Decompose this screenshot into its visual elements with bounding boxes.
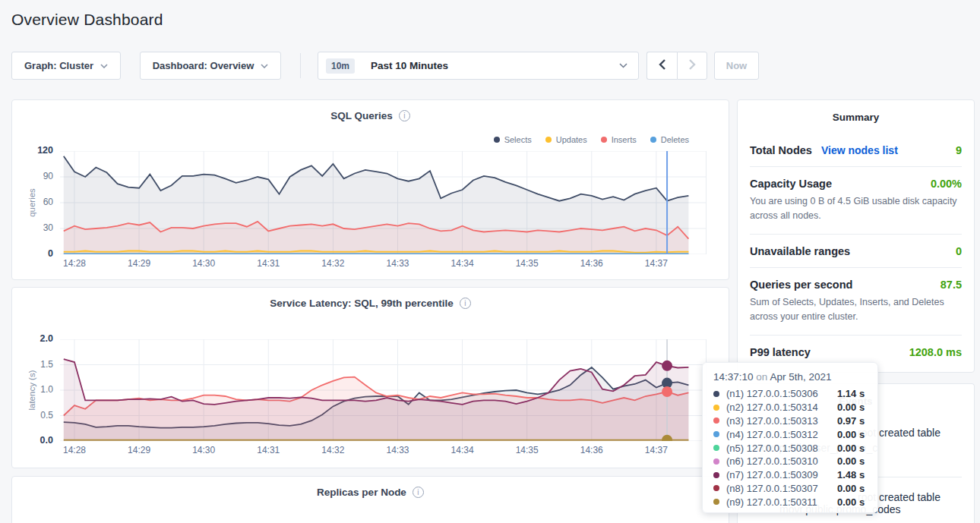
series-color-dot — [713, 445, 719, 451]
summary-value: 9 — [956, 144, 962, 156]
tooltip-node-value: 0.00 s — [837, 402, 865, 413]
x-tick: 14:28 — [63, 445, 86, 455]
chart-legend: SelectsUpdatesInsertsDeletes — [494, 135, 689, 144]
tooltip-row: (n7) 127.0.0.1:503091.48 s — [713, 468, 867, 482]
tooltip-node-label: (n7) 127.0.0.1:50309 — [726, 469, 837, 480]
legend-dot — [650, 137, 656, 143]
prev-time-button[interactable] — [646, 52, 677, 80]
replicas-per-node-chart-card: Replicas per Node i — [11, 476, 729, 523]
y-tick: 0.5 — [12, 410, 53, 421]
series-color-dot — [713, 405, 719, 411]
summary-value: 1208.0 ms — [909, 346, 962, 358]
summary-title: Summary — [750, 100, 962, 130]
tooltip-node-label: (n8) 127.0.0.1:50307 — [726, 483, 837, 494]
time-range-label: Past 10 Minutes — [371, 60, 448, 71]
legend-item-updates[interactable]: Updates — [545, 135, 587, 144]
next-time-button[interactable] — [677, 52, 707, 80]
service-latency-line-chart[interactable] — [60, 339, 707, 441]
legend-item-deletes[interactable]: Deletes — [650, 135, 689, 144]
x-tick: 14:34 — [451, 258, 474, 269]
y-axis-ticks: 1209060300 — [12, 100, 53, 279]
sql-queries-line-chart[interactable] — [60, 151, 707, 254]
y-axis-ticks: 2.01.51.00.50.0 — [12, 288, 53, 468]
chart-tooltip: 14:37:10 on Apr 5th, 2021 (n1) 127.0.0.1… — [702, 362, 878, 513]
y-tick: 0.0 — [12, 435, 53, 446]
x-tick: 14:33 — [386, 258, 409, 269]
legend-label: Selects — [504, 135, 532, 144]
legend-dot — [545, 137, 552, 143]
chevron-down-icon — [619, 63, 628, 68]
x-tick: 14:35 — [516, 445, 539, 455]
view-nodes-list-link[interactable]: View nodes list — [821, 144, 898, 156]
series-color-dot — [713, 458, 719, 465]
tooltip-node-value: 0.00 s — [837, 443, 865, 454]
summary-label: Unavailable ranges — [750, 245, 850, 257]
tooltip-row: (n9) 127.0.0.1:503110.00 s — [713, 495, 867, 509]
tooltip-node-value: 1.14 s — [837, 388, 865, 399]
x-tick: 14:29 — [128, 258, 150, 269]
tooltip-row: (n6) 127.0.0.1:503100.00 s — [713, 455, 867, 468]
tooltip-node-label: (n2) 127.0.0.1:50314 — [726, 402, 837, 413]
tooltip-row: (n2) 127.0.0.1:503140.00 s — [713, 401, 867, 414]
tooltip-rows: (n1) 127.0.0.1:503061.14 s(n2) 127.0.0.1… — [713, 387, 867, 509]
info-icon[interactable]: i — [413, 487, 424, 498]
info-icon[interactable]: i — [460, 298, 471, 309]
x-tick: 14:30 — [192, 258, 215, 269]
chart-title-service-latency: Service Latency: SQL, 99th percentile — [270, 298, 454, 309]
overview-dashboard-page: Overview Dashboard Graph: Cluster Dashbo… — [0, 0, 980, 523]
tooltip-row: (n8) 127.0.0.1:503070.00 s — [713, 482, 867, 496]
series-color-dot — [713, 417, 719, 424]
legend-item-inserts[interactable]: Inserts — [601, 135, 637, 144]
x-tick: 14:30 — [192, 445, 215, 455]
x-tick: 14:36 — [580, 258, 603, 269]
dashboard-dropdown-button[interactable]: Dashboard: Overview — [140, 52, 281, 80]
x-tick: 14:33 — [386, 445, 409, 455]
tooltip-node-label: (n1) 127.0.0.1:50306 — [726, 388, 837, 399]
x-tick: 14:31 — [257, 445, 280, 455]
tooltip-node-value: 0.00 s — [837, 455, 865, 467]
legend-dot — [601, 137, 607, 143]
tooltip-row: (n1) 127.0.0.1:503061.14 s — [713, 387, 867, 401]
y-tick: 1.5 — [12, 359, 53, 370]
info-icon[interactable]: i — [399, 110, 410, 121]
service-latency-plot[interactable] — [60, 339, 707, 441]
time-range-dropdown-button[interactable]: 10m Past 10 Minutes — [318, 52, 639, 80]
tooltip-node-label: (n3) 127.0.0.1:50313 — [726, 415, 837, 427]
now-button[interactable]: Now — [714, 52, 759, 80]
chevron-down-icon — [261, 64, 268, 68]
chart-title-replicas-per-node: Replicas per Node — [317, 487, 406, 498]
summary-label: Capacity Usage — [750, 178, 832, 190]
sql-queries-plot[interactable] — [60, 151, 707, 254]
summary-description: Sum of Selects, Updates, Inserts, and De… — [750, 295, 962, 325]
page-title: Overview Dashboard — [11, 11, 163, 29]
summary-value: 0 — [956, 245, 962, 257]
y-tick: 120 — [12, 145, 53, 156]
graph-dropdown-button[interactable]: Graph: Cluster — [11, 52, 121, 80]
tooltip-node-value: 0.00 s — [837, 429, 865, 440]
summary-label: Total Nodes — [750, 144, 812, 156]
tooltip-row: (n3) 127.0.0.1:503130.97 s — [713, 414, 867, 428]
legend-label: Updates — [556, 135, 587, 144]
x-tick: 14:35 — [516, 258, 539, 269]
tooltip-node-value: 0.00 s — [837, 483, 865, 494]
legend-item-selects[interactable]: Selects — [494, 135, 532, 144]
x-tick: 14:28 — [63, 258, 86, 269]
tooltip-row: (n4) 127.0.0.1:503120.00 s — [713, 427, 867, 441]
chart-title-sql-queries: SQL Queries — [330, 110, 393, 121]
y-tick: 90 — [12, 171, 53, 181]
tooltip-node-value: 1.48 s — [837, 469, 865, 480]
y-tick: 30 — [12, 222, 53, 233]
y-tick: 60 — [12, 197, 53, 207]
series-color-dot — [713, 472, 719, 478]
series-color-dot — [713, 485, 719, 491]
summary-description: You are using 0 B of 4.5 GiB usable disk… — [750, 194, 962, 224]
summary-label: P99 latency — [750, 346, 811, 358]
summary-row-queries-per-second: Queries per second 87.5 Sum of Selects, … — [750, 267, 962, 335]
summary-card: Summary Total Nodes View nodes list 9 Ca… — [737, 99, 975, 373]
tooltip-node-label: (n5) 127.0.0.1:50308 — [726, 443, 837, 454]
series-hover-dot — [662, 361, 672, 371]
series-color-dot — [713, 391, 719, 397]
chevron-right-icon — [689, 59, 696, 73]
graph-dropdown-label: Graph: Cluster — [24, 60, 93, 71]
series-color-dot — [713, 431, 719, 437]
